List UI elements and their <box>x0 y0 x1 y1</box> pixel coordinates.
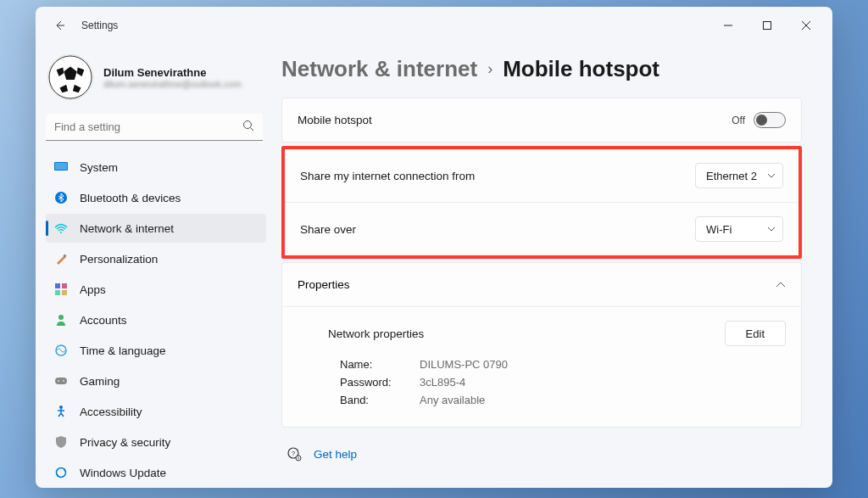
bluetooth-icon <box>54 191 68 204</box>
sidebar-item-label: System <box>80 161 118 174</box>
privacy-icon <box>54 435 68 449</box>
arrow-left-icon <box>53 19 66 32</box>
sidebar-item-label: Gaming <box>80 375 120 388</box>
window-controls <box>709 12 826 39</box>
sidebar-item-label: Accounts <box>80 314 127 327</box>
share-from-dropdown[interactable]: Ethernet 2 <box>695 163 783 188</box>
property-value: DILUMS-PC 0790 <box>420 358 508 371</box>
hotspot-toggle-row[interactable]: Mobile hotspot Off <box>282 98 801 142</box>
svg-rect-9 <box>55 163 67 170</box>
svg-rect-16 <box>62 290 67 295</box>
sidebar-item-accessibility[interactable]: Accessibility <box>46 397 266 426</box>
sidebar-item-bluetooth[interactable]: Bluetooth & devices <box>46 183 266 212</box>
search-icon <box>242 120 254 135</box>
sidebar-item-accounts[interactable]: Accounts <box>46 305 266 334</box>
chevron-up-icon <box>776 278 786 291</box>
toggle-knob <box>756 115 767 126</box>
sidebar-item-label: Network & internet <box>80 222 174 235</box>
user-profile[interactable]: Dilum Senevirathne dilum.senevirathne@ou… <box>46 49 266 112</box>
svg-rect-0 <box>764 22 771 30</box>
property-name-row: Name: DILUMS-PC 0790 <box>328 358 786 371</box>
avatar <box>47 54 93 100</box>
hotspot-toggle[interactable] <box>754 112 786 128</box>
app-title: Settings <box>81 20 118 31</box>
sidebar-item-update[interactable]: Windows Update <box>46 458 266 487</box>
sidebar: Dilum Senevirathne dilum.senevirathne@ou… <box>36 44 273 488</box>
toggle-state-label: Off <box>732 115 745 126</box>
minimize-button[interactable] <box>709 12 748 39</box>
network-icon <box>54 221 68 235</box>
svg-rect-13 <box>55 283 60 288</box>
time-icon <box>54 344 68 357</box>
sidebar-item-personalization[interactable]: Personalization <box>46 244 266 273</box>
sidebar-item-privacy[interactable]: Privacy & security <box>46 428 266 456</box>
hotspot-label: Mobile hotspot <box>298 114 732 126</box>
maximize-icon <box>763 21 771 30</box>
sidebar-item-label: Accessibility <box>80 406 142 418</box>
sidebar-item-label: Windows Update <box>80 467 166 479</box>
hotspot-toggle-panel: Mobile hotspot Off <box>281 98 802 143</box>
search-input[interactable] <box>46 114 263 141</box>
svg-text:?: ? <box>292 450 296 457</box>
sidebar-item-network[interactable]: Network & internet <box>46 214 266 243</box>
page-title: Mobile hotspot <box>503 56 659 82</box>
system-icon <box>54 160 68 174</box>
properties-body: Network properties Edit Name: DILUMS-PC … <box>282 306 801 427</box>
svg-rect-15 <box>55 290 60 295</box>
sidebar-item-label: Bluetooth & devices <box>80 192 181 204</box>
highlight-annotation: Share my internet connection from Ethern… <box>281 146 802 259</box>
breadcrumb: Network & internet › Mobile hotspot <box>281 56 802 82</box>
user-name: Dilum Senevirathne <box>103 66 242 79</box>
svg-rect-14 <box>62 283 67 288</box>
sidebar-item-label: Time & language <box>80 344 166 357</box>
get-help-link[interactable]: Get help <box>314 448 357 461</box>
dropdown-value: Wi-Fi <box>706 223 732 236</box>
sidebar-item-gaming[interactable]: Gaming <box>46 367 266 395</box>
close-button[interactable] <box>787 12 826 39</box>
back-button[interactable] <box>42 12 76 39</box>
properties-header-label: Properties <box>298 278 350 291</box>
properties-title: Network properties <box>328 327 424 340</box>
svg-rect-19 <box>55 378 67 384</box>
svg-point-21 <box>63 380 64 382</box>
minimize-icon <box>724 21 732 30</box>
nav: System Bluetooth & devices Network & int… <box>46 153 266 487</box>
sidebar-item-label: Personalization <box>80 253 158 266</box>
property-value: 3cL895-4 <box>420 376 465 389</box>
sidebar-item-system[interactable]: System <box>46 153 266 182</box>
property-value: Any available <box>420 394 485 406</box>
accounts-icon <box>54 313 68 327</box>
close-icon <box>802 21 810 30</box>
personalization-icon <box>54 252 68 266</box>
share-over-dropdown[interactable]: Wi-Fi <box>695 216 783 242</box>
settings-window: Settings <box>36 7 832 488</box>
sidebar-item-label: Privacy & security <box>80 436 170 449</box>
update-icon <box>54 466 68 479</box>
properties-panel: Properties Network properties Edit Name:… <box>281 262 802 428</box>
chevron-down-icon <box>767 227 776 232</box>
share-over-label: Share over <box>300 223 695 236</box>
share-from-row: Share my internet connection from Ethern… <box>285 149 798 202</box>
gaming-icon <box>54 374 68 388</box>
breadcrumb-parent[interactable]: Network & internet <box>281 56 477 82</box>
property-password-row: Password: 3cL895-4 <box>328 376 786 389</box>
chevron-right-icon: › <box>487 60 492 78</box>
search-wrap <box>46 114 263 141</box>
maximize-button[interactable] <box>748 12 787 39</box>
svg-point-7 <box>244 121 252 129</box>
sidebar-item-label: Apps <box>80 283 106 296</box>
user-email: dilum.senevirathne@outlook.com <box>103 79 242 89</box>
property-key: Band: <box>340 394 403 406</box>
svg-point-11 <box>60 232 62 233</box>
help-row: ? Get help <box>281 431 802 477</box>
property-key: Name: <box>340 358 403 371</box>
share-over-row: Share over Wi-Fi <box>285 202 798 255</box>
properties-header[interactable]: Properties <box>282 263 801 306</box>
sidebar-item-apps[interactable]: Apps <box>46 275 266 304</box>
svg-point-20 <box>58 380 59 382</box>
edit-button[interactable]: Edit <box>725 321 786 346</box>
svg-point-22 <box>59 406 63 409</box>
share-from-label: Share my internet connection from <box>300 170 695 182</box>
apps-icon <box>54 283 68 296</box>
sidebar-item-time[interactable]: Time & language <box>46 336 266 365</box>
